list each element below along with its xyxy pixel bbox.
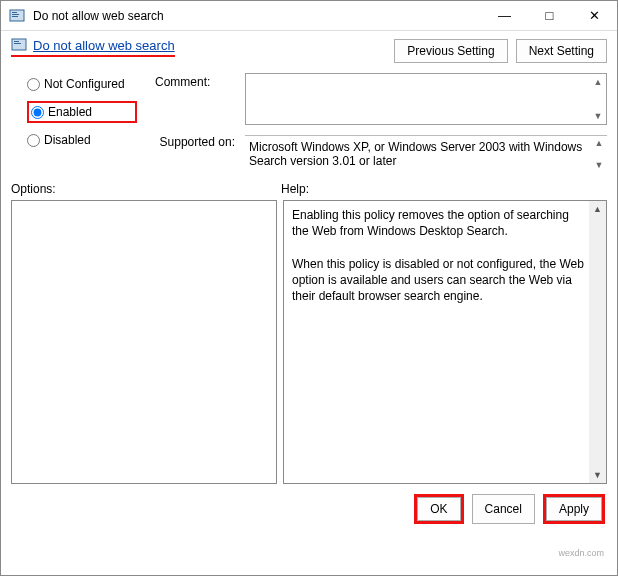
close-button[interactable]: ✕: [572, 1, 617, 30]
supported-on-value: Microsoft Windows XP, or Windows Server …: [249, 140, 582, 168]
scroll-up-icon[interactable]: ▲: [593, 201, 602, 217]
radio-enabled-label: Enabled: [48, 105, 92, 119]
help-paragraph: Enabling this policy removes the option …: [292, 207, 586, 239]
radio-disabled[interactable]: Disabled: [27, 133, 137, 147]
dialog-footer: OK Cancel Apply: [1, 484, 617, 534]
radio-disabled-label: Disabled: [44, 133, 91, 147]
ok-button[interactable]: OK: [417, 497, 460, 521]
scroll-up-icon[interactable]: ▲: [590, 74, 606, 90]
comment-textarea[interactable]: ▲ ▼: [245, 73, 607, 125]
previous-setting-button[interactable]: Previous Setting: [394, 39, 507, 63]
svg-rect-2: [12, 14, 19, 15]
scroll-down-icon[interactable]: ▼: [591, 158, 607, 172]
options-label: Options:: [11, 182, 281, 196]
radio-disabled-input[interactable]: [27, 134, 40, 147]
svg-rect-6: [14, 43, 21, 44]
window-title: Do not allow web search: [33, 9, 164, 23]
policy-title-link[interactable]: Do not allow web search: [33, 38, 175, 53]
supported-on-label: Supported on:: [155, 135, 235, 172]
comment-label: Comment:: [155, 73, 235, 125]
next-setting-button[interactable]: Next Setting: [516, 39, 607, 63]
help-pane: Enabling this policy removes the option …: [283, 200, 607, 484]
radio-not-configured[interactable]: Not Configured: [27, 77, 137, 91]
policy-icon: [11, 37, 27, 53]
cancel-button[interactable]: Cancel: [472, 494, 535, 524]
svg-rect-4: [12, 39, 26, 50]
titlebar: Do not allow web search — □ ✕: [1, 1, 617, 31]
minimize-button[interactable]: —: [482, 1, 527, 30]
options-pane: [11, 200, 277, 484]
svg-rect-0: [10, 10, 24, 21]
scroll-down-icon[interactable]: ▼: [590, 108, 606, 124]
radio-enabled-input[interactable]: [31, 106, 44, 119]
watermark: wexdn.com: [558, 548, 604, 558]
supported-on-text: Microsoft Windows XP, or Windows Server …: [245, 135, 607, 172]
help-scrollbar[interactable]: ▲ ▼: [589, 201, 606, 483]
state-radio-group: Not Configured Enabled Disabled: [27, 73, 137, 172]
help-label: Help:: [281, 182, 309, 196]
header-row: Do not allow web search Previous Setting…: [1, 31, 617, 63]
policy-app-icon: [9, 8, 25, 24]
apply-button[interactable]: Apply: [546, 497, 602, 521]
policy-title-group: Do not allow web search: [11, 37, 175, 57]
help-paragraph: When this policy is disabled or not conf…: [292, 256, 586, 305]
svg-rect-3: [12, 16, 18, 17]
svg-rect-5: [14, 41, 19, 42]
svg-rect-1: [12, 12, 17, 13]
scroll-up-icon[interactable]: ▲: [591, 136, 607, 150]
radio-enabled[interactable]: Enabled: [31, 105, 129, 119]
scroll-down-icon[interactable]: ▼: [593, 467, 602, 483]
radio-not-configured-label: Not Configured: [44, 77, 125, 91]
radio-not-configured-input[interactable]: [27, 78, 40, 91]
maximize-button[interactable]: □: [527, 1, 572, 30]
